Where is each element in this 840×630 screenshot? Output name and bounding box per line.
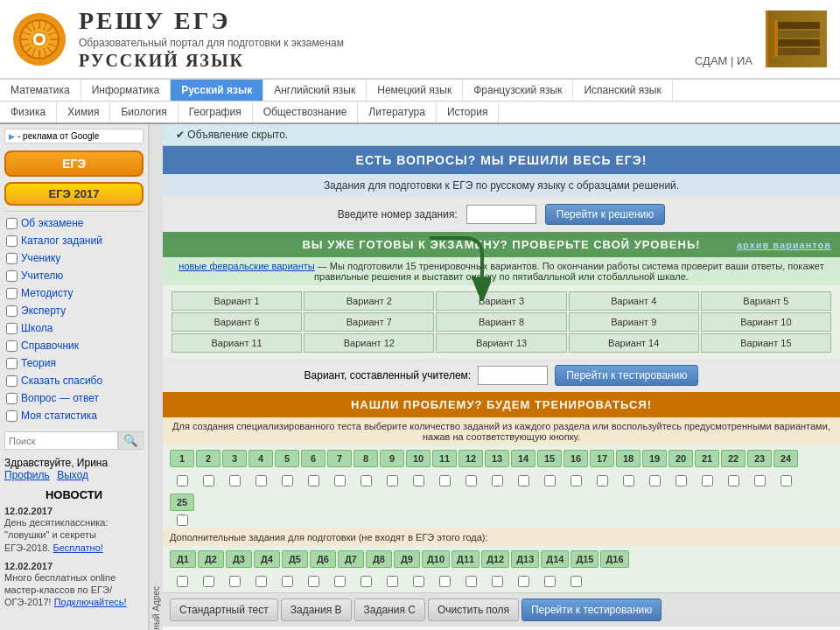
num-btn-8[interactable]: 8 [354,450,378,467]
checkbox-21[interactable] [702,475,713,486]
variant-btn-8[interactable]: Вариант 8 [436,312,566,332]
d-btn-Д8[interactable]: Д8 [366,550,392,568]
task-number-input[interactable] [466,205,536,224]
num-btn-2[interactable]: 2 [196,450,220,467]
sidebar-item-handbook[interactable]: Справочник [4,337,144,354]
d-btn-Д3[interactable]: Д3 [226,550,252,568]
nav-french[interactable]: Французский язык [463,80,573,101]
d-checkbox-Д4[interactable] [256,576,267,587]
toolbar-btn-1[interactable]: Задания В [281,598,352,621]
sidebar-item-ob-ekzamene[interactable]: Об экзамене [4,214,144,232]
d-btn-Д13[interactable]: Д13 [511,550,539,568]
sidebar-item-qa[interactable]: Вопрос — ответ [4,389,144,407]
checkbox-6[interactable] [308,475,319,486]
news-link-1[interactable]: Бесплатно! [52,542,102,553]
toolbar-btn-0[interactable]: Стандартный тест [170,598,278,621]
variant-btn-5[interactable]: Вариант 5 [701,291,831,311]
sidebar-item-student[interactable]: Ученику [4,249,144,267]
d-checkbox-Д9[interactable] [387,576,398,587]
nav-german[interactable]: Немецкий язык [367,80,463,101]
num-btn-20[interactable]: 20 [668,450,693,467]
d-btn-Д5[interactable]: Д5 [282,550,308,568]
sidebar-item-school[interactable]: Школа [4,319,144,337]
nav-geography[interactable]: География [178,102,253,122]
news-link-2[interactable]: Подключайтесь! [54,597,127,607]
num-btn-19[interactable]: 19 [642,450,667,467]
checkbox-17[interactable] [597,475,608,486]
d-checkbox-Д5[interactable] [282,576,293,587]
checkbox-7[interactable] [334,475,346,486]
checkbox-16[interactable] [570,475,582,486]
variant-btn-12[interactable]: Вариант 12 [304,333,434,353]
num-btn-22[interactable]: 22 [721,450,746,467]
sidebar-item-teacher[interactable]: Учителю [4,267,144,284]
checkbox-15[interactable] [544,475,556,486]
num-btn-12[interactable]: 12 [458,450,483,467]
nav-biology[interactable]: Биология [110,102,178,122]
num-btn-16[interactable]: 16 [564,450,588,467]
nav-russian[interactable]: Русский язык [171,80,263,101]
d-btn-Д14[interactable]: Д14 [541,550,569,568]
num-btn-5[interactable]: 5 [275,450,299,467]
nav-chemistry[interactable]: Химия [57,102,110,122]
nav-social[interactable]: Обществознание [253,102,359,122]
profile-link[interactable]: Профиль [4,469,50,481]
d-btn-Д10[interactable]: Д10 [422,550,450,568]
checkbox-11[interactable] [439,475,451,486]
num-btn-14[interactable]: 14 [511,450,536,467]
num-btn-17[interactable]: 17 [590,450,614,467]
sidebar-item-theory[interactable]: Теория [4,354,144,372]
d-btn-Д12[interactable]: Д12 [481,550,509,568]
variant-btn-9[interactable]: Вариант 9 [569,312,699,332]
checkbox-4[interactable] [256,475,267,486]
d-checkbox-Д14[interactable] [518,576,529,587]
variant-btn-10[interactable]: Вариант 10 [701,312,831,332]
archive-link[interactable]: архив вариантов [737,240,831,250]
checkbox-2[interactable] [203,475,214,486]
d-btn-Д15[interactable]: Д15 [570,550,598,568]
num-btn-21[interactable]: 21 [695,450,719,467]
checkbox-12[interactable] [466,475,477,486]
d-checkbox-Д8[interactable] [360,576,372,587]
checkbox-20[interactable] [676,475,687,486]
checkbox-3[interactable] [229,475,241,486]
checkbox-24[interactable] [780,475,792,486]
exit-link[interactable]: Выход [57,469,88,481]
d-checkbox-Д6[interactable] [308,576,319,587]
variant-btn-2[interactable]: Вариант 2 [304,291,434,311]
nav-history[interactable]: История [437,102,500,122]
checkbox-14[interactable] [518,475,529,486]
checkbox-13[interactable] [492,475,503,486]
d-checkbox-Д1[interactable] [177,576,188,587]
nav-english[interactable]: Английский язык [263,80,367,101]
checkbox-1[interactable] [177,475,188,486]
nav-physics[interactable]: Физика [0,102,57,122]
checkbox-22[interactable] [728,475,739,486]
num-btn-24[interactable]: 24 [774,450,798,467]
num-btn-7[interactable]: 7 [327,450,352,467]
checkbox-10[interactable] [413,475,424,486]
toolbar-btn-4[interactable]: Перейти к тестированию [522,598,662,621]
d-checkbox-Д7[interactable] [334,576,346,587]
teacher-variant-input[interactable] [478,366,548,385]
d-checkbox-Д13[interactable] [492,576,503,587]
variant-btn-15[interactable]: Вариант 15 [701,333,831,353]
task-go-btn[interactable]: Перейти к решению [545,204,665,225]
nav-literature[interactable]: Литература [358,102,437,122]
d-btn-Д1[interactable]: Д1 [170,550,196,568]
num-btn-9[interactable]: 9 [380,450,404,467]
d-btn-Д16[interactable]: Д16 [600,550,628,568]
new-variants-link[interactable]: новые февральские варианты [178,261,314,271]
variant-btn-13[interactable]: Вариант 13 [436,333,566,353]
nav-math[interactable]: Математика [0,80,81,101]
d-checkbox-Д3[interactable] [229,576,241,587]
variant-btn-14[interactable]: Вариант 14 [569,333,699,353]
num-btn-10[interactable]: 10 [406,450,430,467]
checkbox-25[interactable] [177,514,188,526]
d-btn-Д7[interactable]: Д7 [338,550,364,568]
d-btn-Д6[interactable]: Д6 [310,550,336,568]
num-btn-25[interactable]: 25 [170,494,194,511]
num-btn-4[interactable]: 4 [248,450,273,467]
num-btn-13[interactable]: 13 [485,450,509,467]
d-btn-Д4[interactable]: Д4 [254,550,280,568]
